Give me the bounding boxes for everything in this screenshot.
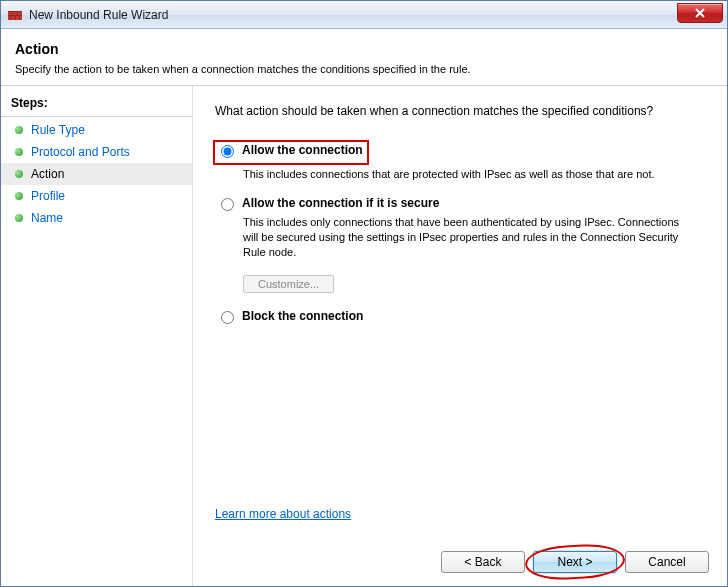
steps-heading: Steps:: [1, 92, 192, 117]
radio-block-label: Block the connection: [242, 309, 363, 323]
back-button[interactable]: < Back: [441, 551, 525, 573]
close-icon: [694, 8, 706, 18]
step-label: Profile: [31, 189, 65, 203]
step-label: Action: [31, 167, 64, 181]
close-button[interactable]: [677, 3, 723, 23]
step-label: Protocol and Ports: [31, 145, 130, 159]
step-bullet-icon: [15, 214, 23, 222]
window-title: New Inbound Rule Wizard: [29, 8, 168, 22]
step-rule-type[interactable]: Rule Type: [1, 119, 192, 141]
radio-block[interactable]: [221, 311, 234, 324]
button-bar: < Back Next > Cancel: [441, 551, 709, 573]
main-panel: What action should be taken when a conne…: [193, 86, 727, 587]
step-protocol-ports[interactable]: Protocol and Ports: [1, 141, 192, 163]
titlebar: New Inbound Rule Wizard: [1, 1, 727, 29]
svg-rect-7: [19, 15, 20, 20]
firewall-icon: [7, 7, 23, 23]
page-subtitle: Specify the action to be taken when a co…: [15, 63, 713, 75]
radio-row-block: Block the connection: [217, 309, 709, 324]
customize-button: Customize...: [243, 275, 334, 293]
step-bullet-icon: [15, 170, 23, 178]
radio-allow-label: Allow the connection: [242, 143, 363, 157]
svg-rect-1: [8, 11, 22, 12]
step-profile[interactable]: Profile: [1, 185, 192, 207]
sidebar: Steps: Rule Type Protocol and Ports Acti…: [1, 86, 193, 587]
learn-more-link[interactable]: Learn more about actions: [215, 507, 351, 521]
radio-allow-secure-desc: This includes only connections that have…: [243, 215, 683, 260]
svg-rect-4: [17, 11, 18, 15]
radio-allow-secure-label: Allow the connection if it is secure: [242, 196, 439, 210]
next-button-highlight: Next >: [533, 551, 617, 573]
step-action[interactable]: Action: [1, 163, 192, 185]
header: Action Specify the action to be taken wh…: [1, 29, 727, 86]
next-button[interactable]: Next >: [533, 551, 617, 573]
radio-row-allow: Allow the connection: [217, 143, 363, 158]
svg-rect-3: [12, 11, 13, 15]
step-bullet-icon: [15, 126, 23, 134]
step-bullet-icon: [15, 148, 23, 156]
page-title: Action: [15, 41, 713, 57]
body: Steps: Rule Type Protocol and Ports Acti…: [1, 86, 727, 587]
step-name[interactable]: Name: [1, 207, 192, 229]
cancel-button[interactable]: Cancel: [625, 551, 709, 573]
step-label: Name: [31, 211, 63, 225]
radio-allow[interactable]: [221, 145, 234, 158]
action-radio-group: Allow the connection This includes conne…: [217, 140, 709, 324]
svg-rect-6: [15, 15, 16, 20]
radio-allow-desc: This includes connections that are prote…: [243, 167, 683, 182]
question-text: What action should be taken when a conne…: [215, 104, 709, 118]
radio-allow-secure[interactable]: [221, 198, 234, 211]
step-bullet-icon: [15, 192, 23, 200]
svg-rect-5: [10, 15, 11, 20]
highlight-allow: Allow the connection: [213, 140, 369, 165]
radio-row-allow-secure: Allow the connection if it is secure: [217, 196, 709, 211]
step-label: Rule Type: [31, 123, 85, 137]
